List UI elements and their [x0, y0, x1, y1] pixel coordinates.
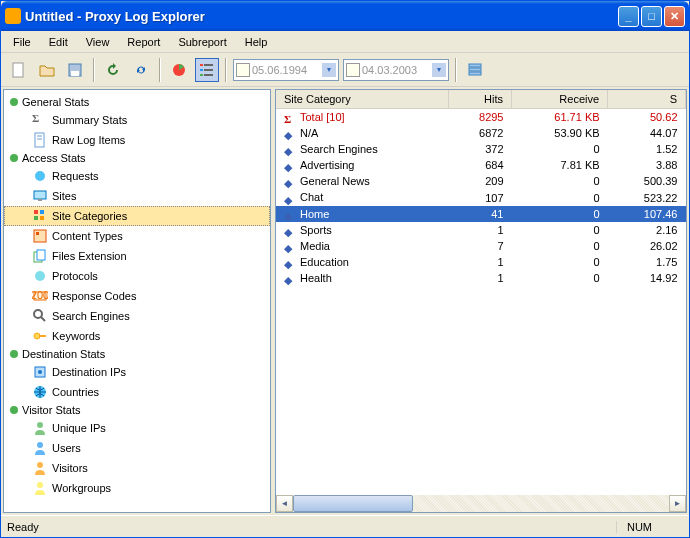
horizontal-scrollbar[interactable]: ◄ ► [276, 495, 686, 512]
scroll-right-button[interactable]: ► [669, 495, 686, 512]
menu-report[interactable]: Report [119, 34, 168, 50]
table-row[interactable]: ◆Health1014.92 [276, 270, 686, 286]
tree-item[interactable]: Content Types [4, 226, 270, 246]
search-icon [32, 308, 48, 324]
new-button[interactable] [7, 58, 31, 82]
tree-group[interactable]: Access Stats [4, 150, 270, 166]
date-to-input[interactable] [362, 64, 432, 76]
bullet-icon [10, 154, 18, 162]
tree-item[interactable]: Destination IPs [4, 362, 270, 382]
tree-group[interactable]: Destination Stats [4, 346, 270, 362]
table-row[interactable]: ◆Advertising6847.81 KB3.88 [276, 157, 686, 173]
refresh-button[interactable] [101, 58, 125, 82]
table-panel: Site CategoryHitsReceiveS ΣTotal [10]829… [275, 89, 687, 513]
tree-item[interactable]: Workgroups [4, 478, 270, 498]
tree-item[interactable]: Protocols [4, 266, 270, 286]
svg-rect-5 [204, 64, 213, 66]
table-row[interactable]: ◆General News2090500.39 [276, 173, 686, 189]
scroll-thumb[interactable] [293, 495, 413, 512]
table-row[interactable]: ◆Search Engines37201.52 [276, 141, 686, 157]
list-button[interactable] [195, 58, 219, 82]
table-row[interactable]: ◆Chat1070523.22 [276, 189, 686, 205]
svg-rect-0 [13, 63, 23, 77]
svg-rect-33 [39, 335, 46, 337]
table-row[interactable]: ◆Home410107.46 [276, 206, 686, 222]
column-header[interactable]: Hits [448, 90, 511, 109]
toolbar-separator [225, 58, 227, 82]
table-row[interactable]: ◆Education101.75 [276, 254, 686, 270]
tree-item-label: Response Codes [52, 290, 136, 302]
user-orange-icon [32, 460, 48, 476]
svg-rect-4 [200, 64, 203, 66]
minimize-button[interactable]: _ [618, 6, 639, 27]
menu-file[interactable]: File [5, 34, 39, 50]
cell-receive: 0 [512, 189, 608, 205]
table-scroll[interactable]: Site CategoryHitsReceiveS ΣTotal [10]829… [276, 90, 686, 495]
table-row[interactable]: ◆N/A687253.90 KB44.07 [276, 125, 686, 141]
date-from-picker[interactable]: ▾ [233, 59, 339, 81]
tree-group[interactable]: General Stats [4, 94, 270, 110]
chart-button[interactable] [167, 58, 191, 82]
files-icon [32, 248, 48, 264]
column-header[interactable]: Receive [512, 90, 608, 109]
menu-view[interactable]: View [78, 34, 118, 50]
tree-group[interactable]: Visitor Stats [4, 402, 270, 418]
svg-rect-2 [71, 71, 79, 76]
cell-hits: 1 [448, 270, 511, 286]
column-header[interactable]: S [608, 90, 686, 109]
scroll-track[interactable] [293, 495, 669, 512]
tree-group-label: Destination Stats [22, 348, 105, 360]
tree-item[interactable]: Visitors [4, 458, 270, 478]
tree-item[interactable]: Users [4, 438, 270, 458]
table-row[interactable]: ◆Media7026.02 [276, 238, 686, 254]
statusbar: Ready NUM [1, 515, 689, 537]
svg-point-37 [37, 422, 43, 428]
titlebar[interactable]: Untitled - Proxy Log Explorer _ □ ✕ [1, 1, 689, 31]
cell-category: ◆Media [276, 238, 448, 254]
tree-item[interactable]: Search Engines [4, 306, 270, 326]
svg-rect-6 [200, 69, 203, 71]
tree-panel[interactable]: General StatsΣSummary StatsRaw Log Items… [3, 89, 271, 513]
tree-item[interactable]: Keywords [4, 326, 270, 346]
cell-category: ◆Chat [276, 189, 448, 205]
sync-button[interactable] [129, 58, 153, 82]
tree-item[interactable]: Site Categories [4, 206, 270, 226]
menu-edit[interactable]: Edit [41, 34, 76, 50]
date-to-picker[interactable]: ▾ [343, 59, 449, 81]
options-button[interactable] [463, 58, 487, 82]
tree-item[interactable]: 200Response Codes [4, 286, 270, 306]
cell-hits: 41 [448, 206, 511, 222]
tree-item[interactable]: Requests [4, 166, 270, 186]
scroll-left-button[interactable]: ◄ [276, 495, 293, 512]
cell-hits: 107 [448, 189, 511, 205]
diamond-icon: ◆ [284, 226, 294, 236]
tree-item[interactable]: Unique IPs [4, 418, 270, 438]
date-from-input[interactable] [252, 64, 322, 76]
tree-item[interactable]: Countries [4, 382, 270, 402]
tree-item[interactable]: ΣSummary Stats [4, 110, 270, 130]
save-button[interactable] [63, 58, 87, 82]
svg-rect-10 [469, 64, 481, 67]
cell-s: 3.88 [608, 157, 686, 173]
bullet-icon [10, 350, 18, 358]
status-num: NUM [616, 521, 662, 533]
column-header[interactable]: Site Category [276, 90, 448, 109]
close-button[interactable]: ✕ [664, 6, 685, 27]
menu-subreport[interactable]: Subreport [170, 34, 234, 50]
tree-item[interactable]: Files Extension [4, 246, 270, 266]
dropdown-icon[interactable]: ▾ [432, 63, 446, 77]
svg-point-27 [35, 271, 45, 281]
cell-receive: 0 [512, 222, 608, 238]
open-button[interactable] [35, 58, 59, 82]
cell-category: ◆Education [276, 254, 448, 270]
maximize-button[interactable]: □ [641, 6, 662, 27]
table-row[interactable]: ΣTotal [10]829561.71 KB50.62 [276, 109, 686, 126]
tree-item[interactable]: Raw Log Items [4, 130, 270, 150]
dropdown-icon[interactable]: ▾ [322, 63, 336, 77]
bullet-icon [10, 98, 18, 106]
tree-item[interactable]: Sites [4, 186, 270, 206]
menu-help[interactable]: Help [237, 34, 276, 50]
user-yellow-icon [32, 480, 48, 496]
table-row[interactable]: ◆Sports102.16 [276, 222, 686, 238]
cell-receive: 53.90 KB [512, 125, 608, 141]
